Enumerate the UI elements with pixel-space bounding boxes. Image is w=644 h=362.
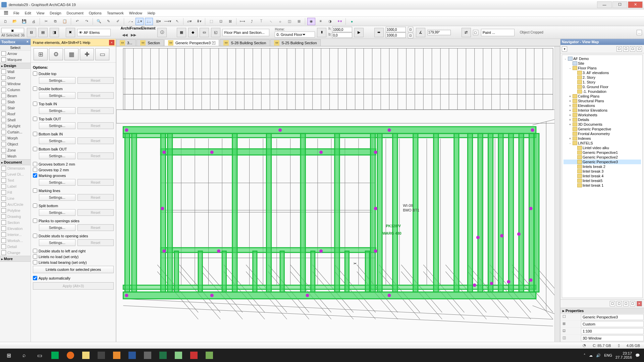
settings-button[interactable]: Settings... (39, 137, 75, 144)
lock1-icon[interactable]: ⊡ (408, 27, 413, 32)
ungroup-icon[interactable]: ⊠ (226, 18, 234, 25)
design-group[interactable]: Design (0, 63, 31, 69)
copy-icon[interactable]: ⧉ (51, 18, 59, 25)
tray-notifications-icon[interactable]: 💬 (635, 353, 640, 358)
frame-btn-4[interactable]: ✚ (80, 48, 94, 60)
plane-icon[interactable]: ▱▾ (185, 18, 194, 25)
prop-name-value[interactable]: Generic Perspective3 (581, 314, 644, 320)
tray-clock[interactable]: 23:17 27.7.2016 (615, 351, 632, 359)
trace-icon[interactable]: ◑ (326, 18, 334, 25)
paste-icon[interactable]: 📋 (61, 18, 69, 25)
settings-button[interactable]: Settings... (39, 209, 75, 216)
nav-item[interactable]: 2. Story (564, 75, 641, 80)
af-elems-dropdown[interactable]: 👁 AF Elems (77, 29, 111, 36)
nav-mode-icon[interactable]: ▾ (562, 46, 567, 52)
tool-zone[interactable]: Zone (0, 147, 31, 153)
nav-item[interactable]: +Structural Plans (564, 99, 641, 103)
tool-drawing[interactable]: Drawing (0, 214, 31, 220)
opt-marking-lines-checkbox[interactable] (33, 188, 37, 193)
frame-btn-5[interactable]: ▭ (95, 48, 109, 60)
tool-leveldi[interactable]: Level Di... (0, 171, 31, 177)
nav-tool3-icon[interactable]: ☐ (623, 301, 629, 306)
zoom-icon[interactable]: 🔍 (95, 18, 103, 25)
selection-count-icon[interactable]: ▣ (1, 28, 24, 33)
nav-item[interactable]: 3. AF elevations (564, 70, 641, 75)
frame-btn-3[interactable]: ▦ (64, 48, 78, 60)
word-icon[interactable] (125, 349, 140, 361)
opt-double-top-checkbox[interactable] (33, 71, 37, 76)
nav-item[interactable]: Generic Perspective (564, 127, 641, 131)
paint-dropdown[interactable]: Paint ... (481, 29, 515, 36)
dim2-input[interactable] (386, 33, 406, 38)
tool-shell[interactable]: Shell (0, 117, 31, 123)
start-button[interactable]: ⊞ (1, 349, 16, 361)
nav-item[interactable]: -LINTELS (564, 141, 641, 145)
height-input[interactable] (332, 27, 352, 32)
opt-bottom-balk-out-checkbox[interactable] (33, 147, 37, 151)
tool-door[interactable]: Door (0, 75, 31, 81)
archicad-icon[interactable] (140, 349, 155, 361)
tool-column[interactable]: Column (0, 87, 31, 93)
settings-button[interactable]: Settings... (39, 77, 75, 84)
close-button[interactable]: ✕ (628, 1, 643, 8)
arrow-tool[interactable]: Arrow (0, 51, 31, 57)
3d-viewport[interactable]: WI-08 BMO BT1 PK128/V WARG 480 ✂ (116, 46, 560, 353)
reset-button[interactable]: Reset (77, 137, 114, 144)
tray-lang[interactable]: ENG (604, 353, 612, 357)
firefox-icon[interactable] (63, 349, 78, 361)
tool-detail[interactable]: Detail (0, 244, 31, 250)
filter3-button[interactable]: ◨ (50, 28, 59, 37)
apply-auto-checkbox[interactable] (33, 276, 37, 280)
apply-button[interactable]: Apply (Alt+3) (33, 282, 114, 290)
snap3-icon[interactable]: ⟂▾ (145, 18, 153, 25)
maximize-button[interactable]: ☐ (612, 1, 627, 8)
edit7-icon[interactable]: ⊞ (295, 18, 303, 25)
layer1-button[interactable]: ▦ (177, 28, 186, 37)
tray-onedrive-icon[interactable]: ☁ (589, 353, 593, 358)
tool-line[interactable]: Line (0, 195, 31, 201)
settings-button[interactable]: Settings... (39, 122, 75, 129)
tool-curtain...[interactable]: Curtain... (0, 129, 31, 135)
frame-btn-2[interactable]: ⚙ (49, 48, 63, 60)
tab-close-icon[interactable]: × (212, 41, 215, 45)
cut-icon[interactable]: ✂ (42, 18, 50, 25)
opt-planks-to-openings-sides-checkbox[interactable] (33, 219, 37, 223)
menu-view[interactable]: View (34, 10, 47, 16)
floor-plan-button[interactable]: Floor Plan and Section... (222, 29, 269, 36)
opt-grooves-top---mm-checkbox[interactable] (33, 168, 37, 172)
nav-tool4-icon[interactable]: ☐ (630, 301, 635, 306)
redo-icon[interactable]: ↷ (83, 18, 91, 25)
nav-item[interactable]: lintel break 3 (564, 169, 641, 174)
nav-item[interactable]: +Worksheets (564, 113, 641, 117)
notepad-icon[interactable] (171, 349, 186, 361)
tool-fill[interactable]: Fill (0, 189, 31, 195)
prop-3dwin-value[interactable]: 3D Window (581, 335, 644, 341)
select-tab[interactable]: Select (0, 45, 31, 51)
toolbox-close-icon[interactable]: × (25, 39, 30, 44)
opt-top-balk-in-checkbox[interactable] (33, 102, 37, 106)
tab-s28buildingsection[interactable]: ▭S-28 Building Section (220, 39, 270, 46)
angle-icon[interactable]: ∡ (416, 28, 425, 37)
snap2-icon[interactable]: ⊥▾ (136, 18, 144, 25)
search-icon[interactable]: ⌕ (17, 349, 32, 361)
opt-double-studs-to-opening-sides-checkbox[interactable] (33, 234, 37, 238)
nav-item[interactable]: Generic Perspective2 (564, 155, 641, 160)
tool-window[interactable]: Window (0, 81, 31, 87)
settings-button[interactable]: Settings... (39, 107, 75, 114)
settings-button[interactable]: Settings... (39, 239, 75, 246)
opt-marking-grooves-checkbox[interactable] (33, 173, 37, 178)
gravity-icon[interactable]: ⬇▾ (195, 18, 203, 25)
nav-pub-icon[interactable]: ☐ (637, 46, 642, 52)
tool-slab[interactable]: Slab (0, 99, 31, 105)
tool-polyline[interactable]: Polyline (0, 207, 31, 214)
grid-icon[interactable]: ⊞▾ (154, 18, 162, 25)
menu-document[interactable]: Document (64, 10, 86, 16)
opt-bottom-balk-in-checkbox[interactable] (33, 132, 37, 136)
edit6-icon[interactable]: ◫ (285, 18, 293, 25)
save-icon[interactable]: 💾 (20, 18, 28, 25)
document-group[interactable]: Document (0, 159, 31, 165)
nav-item[interactable]: 0. Ground Floor (564, 84, 641, 89)
menu-design[interactable]: Design (47, 10, 64, 16)
tray-chevron-icon[interactable]: ˄ (584, 353, 586, 358)
nav-item[interactable]: +3D Documents (564, 122, 641, 127)
